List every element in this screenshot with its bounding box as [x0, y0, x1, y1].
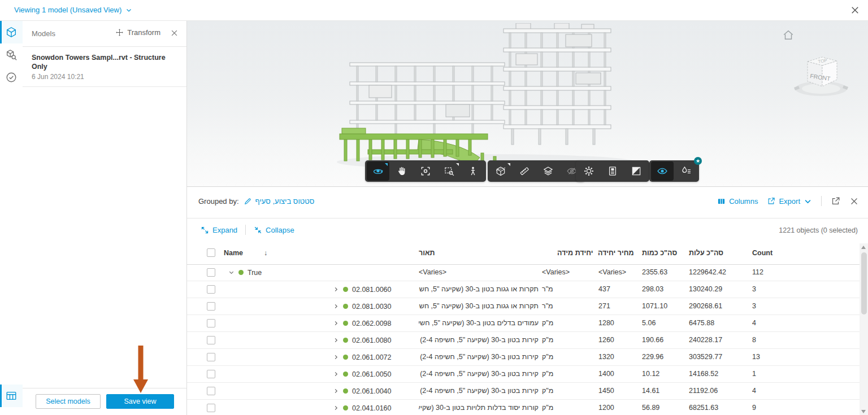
row-checkbox[interactable]	[207, 302, 215, 311]
select-all-checkbox[interactable]	[207, 248, 215, 257]
expand-all-button[interactable]: Expand	[201, 226, 237, 234]
header-total-cost[interactable]: סה"כ עלות	[689, 249, 723, 257]
model-views-icon[interactable]	[651, 161, 674, 181]
columns-button[interactable]: Columns	[717, 197, 758, 206]
fit-to-view-icon[interactable]	[438, 161, 461, 181]
row-checkbox[interactable]	[207, 268, 215, 277]
row-count: 3	[752, 285, 756, 293]
header-description[interactable]: תאור	[419, 249, 435, 257]
pan-icon[interactable]	[390, 161, 413, 181]
row-description: <Varies>	[419, 268, 539, 276]
home-view-icon[interactable]	[782, 29, 795, 41]
table-row[interactable]: 02.061.0080קירות בטון ב-30 (שקיעה "5, חש…	[187, 332, 860, 349]
layers-icon[interactable]	[537, 161, 559, 181]
settings-icon[interactable]	[578, 161, 600, 181]
header-name[interactable]: Name	[224, 249, 243, 257]
save-view-button[interactable]: Save view	[106, 394, 174, 409]
row-unit-price: 437	[598, 285, 610, 293]
select-models-button[interactable]: Select models	[36, 394, 101, 409]
columns-icon	[717, 197, 726, 206]
row-total-cost: 14168.52	[689, 370, 718, 378]
grouped-by-edit[interactable]: סטטוס ביצוע, סעיף	[244, 197, 315, 206]
properties-icon[interactable]	[601, 161, 624, 181]
table-scrollbar[interactable]	[860, 243, 868, 415]
header-unit[interactable]: יחידת מידה	[557, 249, 593, 257]
open-in-new-icon[interactable]	[831, 196, 840, 206]
table-row[interactable]: 02.041.0160קורות יסוד בדלות תלויות בטון …	[187, 400, 860, 415]
row-checkbox[interactable]	[207, 370, 215, 378]
status-dot	[343, 321, 348, 326]
row-total-qty: 14.61	[642, 387, 659, 395]
row-name-cell: 02.061.0080	[333, 332, 392, 348]
review-check-icon[interactable]	[0, 66, 23, 89]
sort-descending-icon[interactable]: ↓	[264, 249, 267, 257]
close-viewer-icon[interactable]	[850, 5, 860, 15]
model-browser-icon[interactable]	[0, 43, 23, 66]
table-row[interactable]: 02.081.0060תקרות או גגות בטון ב-30 (שקיע…	[187, 281, 860, 298]
table-row[interactable]: 02.062.0098עמודים בדלים בטון ב-30 (שקיעה…	[187, 315, 860, 332]
row-name-cell: 02.081.0060	[333, 281, 392, 298]
viewing-model-dropdown[interactable]: Viewing 1 model (Unsaved View)	[14, 6, 132, 14]
section-analysis-icon[interactable]	[489, 161, 512, 181]
chevron-right-icon[interactable]	[333, 320, 339, 326]
flyout-indicator	[507, 163, 510, 166]
row-checkbox[interactable]	[207, 404, 215, 412]
close-models-panel-icon[interactable]	[170, 29, 179, 37]
chevron-right-icon[interactable]	[333, 371, 339, 377]
fullscreen-icon[interactable]	[625, 161, 648, 181]
table-row[interactable]: True<Varies><Varies><Varies>2355.6312296…	[187, 264, 860, 281]
export-icon	[767, 197, 775, 206]
chevron-right-icon[interactable]	[333, 354, 339, 360]
table-rows: True<Varies><Varies><Varies>2355.6312296…	[187, 264, 860, 415]
toolbar-group-4: ★	[649, 160, 699, 182]
header-count[interactable]: Count	[752, 249, 772, 257]
model-list-item[interactable]: Snowdon Towers Sampl...rvt - Structure O…	[23, 47, 186, 87]
collapse-all-button[interactable]: Collapse	[254, 226, 294, 234]
move-transform-icon	[115, 28, 124, 37]
view-cube[interactable]: TOP FRONT	[787, 42, 855, 104]
toolbar-group-1	[365, 160, 486, 182]
row-checkbox[interactable]	[207, 336, 215, 344]
row-unit-price: 1450	[598, 387, 614, 395]
divider	[821, 196, 822, 206]
transform-button[interactable]: Transform	[115, 28, 160, 37]
row-checkbox[interactable]	[207, 387, 215, 395]
row-description: קירות בטון ב-30 (שקיעה "5, חשיפה 2-4) בע…	[419, 387, 539, 395]
scrollbar-thumb[interactable]	[861, 252, 867, 314]
chevron-down-icon	[125, 7, 132, 14]
table-row[interactable]: 02.061.0072קירות בטון ב-30 (שקיעה "5, חש…	[187, 349, 860, 366]
close-table-icon[interactable]	[849, 196, 859, 206]
table-row[interactable]: 02.061.0050קירות בטון ב-30 (שקיעה "5, חש…	[187, 366, 860, 383]
header-total-qty[interactable]: סה"כ כמות	[642, 249, 677, 257]
chevron-right-icon[interactable]	[333, 286, 339, 292]
scroll-up-icon[interactable]	[861, 246, 866, 249]
chevron-right-icon[interactable]	[333, 405, 339, 411]
appearance-profiles-icon[interactable]	[675, 161, 697, 181]
row-checkbox[interactable]	[207, 353, 215, 361]
export-button[interactable]: Export	[767, 197, 812, 206]
first-person-icon[interactable]	[462, 161, 484, 181]
orbit-icon[interactable]	[367, 161, 389, 181]
expand-label: Expand	[212, 226, 237, 234]
table-row[interactable]: 02.061.0040קירות בטון ב-30 (שקיעה "5, חש…	[187, 383, 860, 400]
row-total-qty: 190.66	[642, 336, 663, 344]
row-name: True	[248, 269, 262, 277]
row-description: תקרות או גגות בטון ב-30 (שקיעה "5, חשיפה…	[419, 302, 539, 310]
zoom-icon[interactable]	[414, 161, 437, 181]
chevron-right-icon[interactable]	[333, 303, 339, 309]
table-row[interactable]: 02.081.0030תקרות או גגות בטון ב-30 (שקיע…	[187, 298, 860, 315]
chevron-down-icon[interactable]	[228, 269, 235, 276]
row-checkbox[interactable]	[207, 319, 215, 327]
table-panel-icon[interactable]	[0, 385, 23, 407]
model-cube-icon[interactable]	[0, 21, 23, 43]
chevron-right-icon[interactable]	[333, 337, 339, 343]
row-total-qty: 56.89	[642, 404, 659, 412]
row-name-cell: True	[228, 264, 262, 281]
scroll-down-icon[interactable]	[861, 410, 866, 413]
header-unit-price[interactable]: מחיר יחידה	[598, 249, 634, 257]
row-checkbox[interactable]	[207, 285, 215, 294]
viewport-3d[interactable]: TOP FRONT ★	[187, 21, 868, 186]
row-unit-price: <Varies>	[598, 268, 626, 276]
chevron-right-icon[interactable]	[333, 388, 339, 394]
measure-icon[interactable]	[513, 161, 536, 181]
